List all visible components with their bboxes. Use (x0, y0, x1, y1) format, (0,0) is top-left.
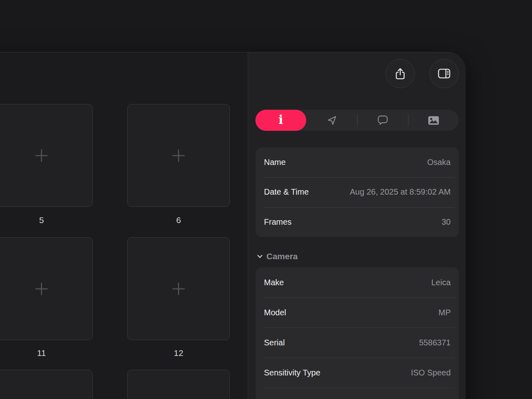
toggle-inspector-button[interactable] (430, 59, 459, 88)
frame-tile[interactable] (0, 104, 93, 207)
row-value: Aug 26, 2025 at 8:59:02 AM (350, 187, 451, 197)
frame-number: 6 (127, 215, 230, 225)
speech-bubble-icon (377, 115, 388, 126)
share-icon (394, 67, 406, 80)
location-arrow-icon (327, 115, 337, 126)
share-button[interactable] (386, 59, 415, 88)
camera-row-make: Make Leica (256, 267, 459, 297)
row-value: 30 (442, 217, 451, 227)
frame-number: 5 (0, 215, 93, 225)
tab-info[interactable]: i (255, 110, 306, 131)
frame-tile[interactable] (0, 237, 93, 340)
frame-number: 11 (0, 348, 93, 358)
row-label: Frames (264, 217, 292, 227)
frame-number: 12 (127, 348, 230, 358)
row-value: ISO Speed (411, 368, 451, 377)
photo-icon (428, 116, 439, 125)
tab-comments[interactable] (357, 110, 408, 131)
camera-row-serial: Serial 5586371 (256, 327, 459, 358)
camera-info-card: Make Leica Model MP Serial 5586371 Sensi… (256, 267, 459, 399)
row-value: Osaka (427, 158, 451, 167)
frame-tile[interactable] (127, 237, 230, 340)
info-row-frames: Frames 30 (256, 207, 459, 237)
row-label: Model (264, 308, 286, 317)
row-label: Make (264, 278, 284, 287)
info-row-name: Name Osaka (256, 147, 459, 177)
camera-row-sensitivity-type: Sensitivity Type ISO Speed (256, 358, 459, 388)
chevron-down-icon (257, 253, 263, 260)
frame-tile[interactable] (127, 104, 230, 207)
row-label: Sensitivity Type (264, 368, 321, 377)
inspector-tabs: i (255, 110, 459, 131)
info-row-date-time: Date & Time Aug 26, 2025 at 8:59:02 AM (256, 177, 459, 207)
plus-icon (172, 149, 185, 163)
plus-icon (35, 282, 48, 296)
info-icon: i (279, 114, 283, 126)
frame-tile[interactable] (0, 370, 93, 399)
plus-icon (172, 282, 185, 296)
row-value: MP (438, 308, 451, 317)
roll-info-card: Name Osaka Date & Time Aug 26, 2025 at 8… (256, 147, 459, 237)
row-label: Date & Time (264, 187, 309, 197)
row-label: Name (264, 158, 286, 167)
camera-section-header[interactable]: Camera (257, 251, 298, 262)
row-label: Serial (264, 338, 285, 347)
row-value: Leica (431, 278, 451, 287)
film-frames-grid: 5 6 11 12 (0, 52, 248, 399)
sidebar-toggle-icon (437, 67, 451, 80)
section-title: Camera (266, 252, 298, 261)
tab-location[interactable] (306, 110, 357, 131)
camera-row-model: Model MP (256, 297, 459, 327)
info-inspector-panel: i Name Osaka Date & Time (248, 52, 466, 399)
segment-separator (408, 114, 408, 126)
segment-separator (357, 114, 358, 126)
camera-row-iso-speed: ISO Speed 50 (256, 388, 459, 399)
plus-icon (35, 149, 48, 163)
row-value: 5586371 (419, 338, 451, 347)
frame-tile[interactable] (127, 370, 230, 399)
tab-photos[interactable] (408, 110, 459, 131)
